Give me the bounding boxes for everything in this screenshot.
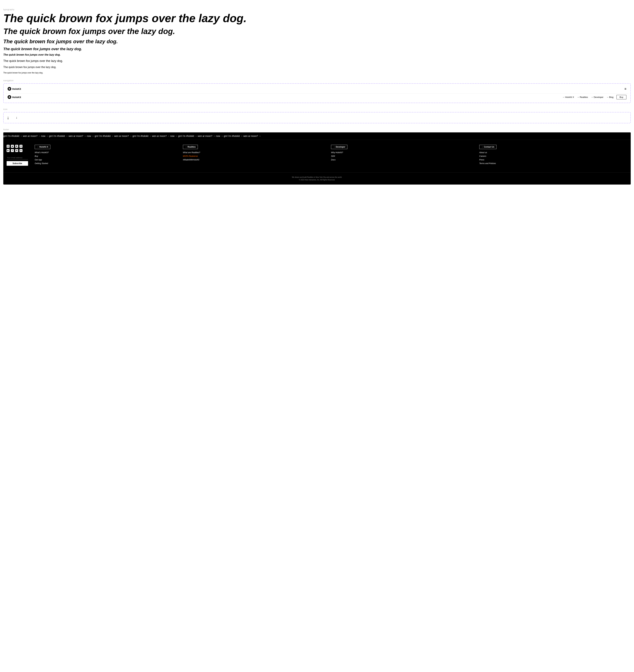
hamburger-icon[interactable]: ≡ — [625, 87, 627, 91]
footer-link-aboutus[interactable]: About us — [479, 151, 624, 154]
navigation-label: navigation — [3, 79, 631, 82]
svg-point-5 — [8, 146, 8, 146]
social-icons-row-bottom: ▶ M in — [7, 149, 28, 152]
nav-links-group: → HoloKit X → Realities → Developer → Bl… — [562, 95, 627, 99]
logo-text-desktop: HoloKit — [12, 96, 21, 99]
icon-demo-box: ↓ ↓ — [3, 112, 631, 123]
nav-desktop-row: HoloKit → HoloKit X → Realities → Develo… — [6, 93, 628, 101]
typography-label: typography — [3, 8, 631, 11]
footer-link-terms[interactable]: Terms and Policies — [479, 162, 624, 165]
footer-link-careers[interactable]: Careers — [479, 155, 624, 157]
footer-link-mofa[interactable]: MOFA Realverse — [183, 155, 328, 157]
footer-tagline: We dream and build Realities in New York… — [7, 176, 627, 178]
footer-link-getapp[interactable]: Get App — [35, 159, 180, 161]
footer-col-realities: → Realities What are Realities? MOFA Rea… — [183, 145, 331, 166]
footer-copyright: © 2023 Holo Interactive, Inc. All Rights… — [7, 178, 627, 181]
footer-link-whyholokit[interactable]: Why HoloKit? — [331, 151, 476, 154]
typography-sample-1: The quick brown fox jumps over the lazy … — [3, 13, 631, 24]
logo-text-mobile: HoloKit — [12, 88, 21, 90]
footer-col-social: ✉ ▶ M in Subscribe — [7, 145, 28, 166]
instagram-icon[interactable] — [7, 145, 9, 148]
nav-link-developer[interactable]: → Developer — [591, 96, 604, 98]
nav-link-holokitx[interactable]: → HoloKit X — [562, 96, 574, 98]
footer-link-docs[interactable]: Docs — [331, 159, 476, 161]
arrow-down-large-icon: ↓ — [7, 115, 9, 120]
svg-point-3 — [9, 97, 10, 97]
typography-sample-5: The quick brown fox jumps over the lazy … — [3, 53, 631, 56]
typography-sample-2: The quick brown fox jumps over the lazy … — [3, 27, 631, 36]
footer-nav-columns: → HoloKit X What's HoloKit? Buy Get App … — [35, 145, 627, 166]
footer-col-realities-heading[interactable]: → Realities — [183, 145, 198, 149]
typography-sample-6: The quick brown fox jumps over the lazy … — [3, 59, 631, 63]
ticker-bar: gm! i'm #holokit → wen ar moon? → now → … — [3, 133, 631, 140]
tiktok-icon[interactable] — [11, 149, 14, 152]
icon-label: icon — [3, 108, 631, 111]
footer-container: gm! i'm #holokit → wen ar moon? → now → … — [3, 133, 631, 185]
navigation-demo-box: HoloKit ≡ HoloKit → HoloKit X → Realitie… — [3, 83, 631, 103]
footer-col-holokitx-heading[interactable]: → HoloKit X — [35, 145, 50, 149]
footer-col-contact: → Contact Us About us Careers Press Term… — [479, 145, 628, 166]
footer-col-contact-heading[interactable]: → Contact Us — [479, 145, 497, 149]
footer-link-whatarerealities[interactable]: What are Realities? — [183, 151, 328, 154]
logo-mobile[interactable]: HoloKit — [7, 87, 21, 91]
linkedin-icon[interactable]: in — [20, 149, 22, 152]
footer-link-madewithholokit[interactable]: #MadeWithHoloKit — [183, 159, 328, 161]
typography-sample-3: The quick brown fox jumps over the lazy … — [3, 39, 631, 45]
logo-icon-desktop — [7, 95, 11, 99]
footer-link-gettingstarted[interactable]: Getting Started — [35, 162, 180, 165]
ticker-text-2: gm! i'm #holokit → wen ar moon? → now → … — [133, 135, 261, 137]
email-input[interactable] — [7, 156, 28, 160]
footer-link-sdk[interactable]: SDK — [331, 155, 476, 157]
twitter-icon[interactable] — [11, 145, 14, 148]
footer-link-buy[interactable]: Buy — [35, 155, 180, 157]
typography-sample-8: The quick brown fox jumps over the lazy … — [3, 71, 631, 74]
logo-desktop[interactable]: HoloKit — [7, 95, 21, 99]
nav-link-realities[interactable]: → Realities — [577, 96, 588, 98]
email-icon[interactable]: ✉ — [20, 145, 22, 148]
nav-link-blog[interactable]: → Blog — [606, 96, 613, 98]
medium-icon[interactable]: M — [15, 149, 18, 152]
discord-icon[interactable] — [15, 145, 18, 148]
footer-bottom: We dream and build Realities in New York… — [3, 172, 631, 185]
logo-icon-mobile — [7, 87, 11, 91]
footer-link-press[interactable]: Press — [479, 159, 624, 161]
nav-mobile-row: HoloKit ≡ — [6, 86, 628, 92]
nav-buy-button[interactable]: Buy — [616, 95, 627, 99]
arrow-down-small-icon: ↓ — [16, 116, 17, 119]
typography-sample-7: The quick brown fox jumps over the lazy … — [3, 65, 631, 69]
footer-body: ✉ ▶ M in Subscribe → HoloKit X What's Ho… — [3, 140, 631, 169]
ticker-text: gm! i'm #holokit → wen ar moon? → now → … — [3, 135, 132, 137]
footer-col-developer: → Developer Why HoloKit? SDK Docs — [331, 145, 479, 166]
svg-point-1 — [9, 89, 10, 89]
subscribe-button[interactable]: Subscribe — [7, 161, 28, 166]
footer-link-whatsholokit[interactable]: What's HoloKit? — [35, 151, 180, 154]
youtube-icon[interactable]: ▶ — [7, 149, 9, 152]
footer-label: footer — [3, 128, 631, 131]
social-icons-row-top: ✉ — [7, 145, 28, 148]
typography-sample-4: The quick brown fox jumps over the lazy … — [3, 47, 631, 51]
footer-col-holokitx: → HoloKit X What's HoloKit? Buy Get App … — [35, 145, 183, 166]
footer-col-developer-heading[interactable]: → Developer — [331, 145, 347, 149]
svg-rect-4 — [7, 145, 9, 147]
